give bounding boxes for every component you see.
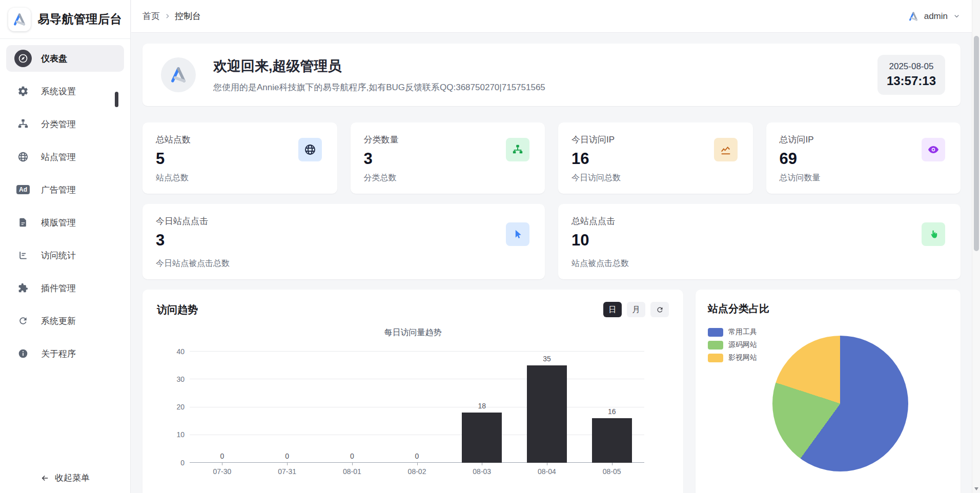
time-text: 13:57:13 bbox=[887, 74, 936, 88]
sidebar-menu: 仪表盘 系统设置 分类管理 站点管理 Ad 广告管理 bbox=[0, 39, 130, 367]
legend-label: 源码网站 bbox=[728, 340, 757, 350]
breadcrumb: 首页 控制台 bbox=[142, 10, 201, 22]
legend-swatch bbox=[708, 341, 723, 350]
charts-row: 访问趋势 日 月 每日访问量趋势 0102030400000183516 07-… bbox=[142, 290, 961, 493]
legend-item[interactable]: 源码网站 bbox=[708, 340, 757, 350]
y-axis-tick-label: 0 bbox=[166, 459, 185, 467]
scrollbar-down-arrow-icon[interactable] bbox=[974, 487, 978, 490]
x-axis-tick-label: 07-31 bbox=[255, 463, 320, 476]
globe-icon bbox=[14, 148, 32, 166]
stat-desc: 站点被点击总数 bbox=[571, 258, 629, 269]
page-scrollbar[interactable] bbox=[972, 0, 980, 493]
stat-card-today-visit-ip: 今日访问IP 16 今日访问总数 bbox=[558, 122, 753, 194]
sidebar-item-label: 系统更新 bbox=[41, 315, 76, 327]
bar-chart: 0102030400000183516 bbox=[190, 352, 644, 463]
user-avatar-logo-icon bbox=[908, 11, 919, 22]
day-toggle-button[interactable]: 日 bbox=[603, 302, 622, 317]
breadcrumb-home[interactable]: 首页 bbox=[142, 10, 160, 22]
stat-label: 总站点点击 bbox=[571, 215, 947, 227]
sidebar-item-about[interactable]: 关于程序 bbox=[6, 340, 124, 367]
sidebar-item-label: 插件管理 bbox=[41, 282, 76, 294]
bar-column: 0 bbox=[319, 352, 384, 463]
info-icon bbox=[14, 345, 32, 362]
sidebar-item-plugin-management[interactable]: 插件管理 bbox=[6, 275, 124, 301]
sidebar-item-system-settings[interactable]: 系统设置 bbox=[6, 78, 124, 105]
avatar bbox=[161, 57, 196, 92]
axis-tick bbox=[417, 463, 418, 465]
sidebar-item-site-management[interactable]: 站点管理 bbox=[6, 143, 124, 170]
bar-value-label: 35 bbox=[543, 355, 551, 363]
sidebar-item-ad-management[interactable]: Ad 广告管理 bbox=[6, 176, 124, 203]
sidebar-item-system-update[interactable]: 系统更新 bbox=[6, 307, 124, 334]
month-toggle-button[interactable]: 月 bbox=[627, 302, 645, 317]
legend-label: 影视网站 bbox=[728, 353, 757, 362]
gear-icon bbox=[14, 83, 32, 100]
sidebar-item-label: 广告管理 bbox=[41, 184, 76, 196]
bar bbox=[527, 365, 567, 463]
sidebar-item-dashboard[interactable]: 仪表盘 bbox=[6, 45, 124, 72]
stat-card-category-count: 分类数量 3 分类总数 bbox=[351, 122, 545, 194]
bar-chart-x-axis: 07-3007-3108-0108-0208-0308-0408-05 bbox=[190, 463, 644, 476]
bar-value-label: 0 bbox=[220, 452, 224, 460]
collapse-menu-label: 收起菜单 bbox=[55, 472, 90, 484]
bar-column: 0 bbox=[255, 352, 320, 463]
y-axis-tick-label: 40 bbox=[166, 347, 185, 356]
sidebar-scrollbar-thumb[interactable] bbox=[115, 92, 118, 107]
category-pie-panel: 站点分类占比 常用工具源码网站影视网站 bbox=[696, 290, 961, 493]
date-text: 2025-08-05 bbox=[887, 61, 936, 72]
visit-trend-panel: 访问趋势 日 月 每日访问量趋势 0102030400000183516 07-… bbox=[142, 290, 683, 493]
page-scrollbar-thumb[interactable] bbox=[974, 36, 979, 251]
bar-value-label: 0 bbox=[350, 452, 354, 460]
axis-tick bbox=[352, 463, 353, 465]
x-axis-tick-label: 08-01 bbox=[319, 463, 384, 476]
sidebar-item-label: 分类管理 bbox=[41, 118, 76, 130]
collapse-menu-button[interactable]: 收起菜单 bbox=[0, 472, 130, 484]
axis-tick bbox=[287, 463, 288, 465]
pie-chart bbox=[772, 336, 908, 471]
update-icon bbox=[14, 312, 32, 330]
x-axis-tick-label: 08-03 bbox=[450, 463, 515, 476]
pie-legend: 常用工具源码网站影视网站 bbox=[708, 327, 757, 366]
logo-triangle-icon bbox=[169, 65, 188, 85]
sidebar-item-category-management[interactable]: 分类管理 bbox=[6, 111, 124, 137]
refresh-button[interactable] bbox=[650, 302, 669, 317]
template-icon bbox=[14, 214, 32, 231]
user-menu[interactable]: admin bbox=[908, 11, 961, 22]
breadcrumb-current: 控制台 bbox=[175, 10, 201, 22]
bar bbox=[462, 413, 502, 463]
legend-item[interactable]: 影视网站 bbox=[708, 353, 757, 362]
axis-tick bbox=[222, 463, 222, 465]
legend-item[interactable]: 常用工具 bbox=[708, 327, 757, 337]
bar-value-label: 16 bbox=[608, 407, 616, 416]
bar bbox=[592, 418, 632, 463]
stat-desc: 今日站点被点击总数 bbox=[156, 258, 230, 269]
stat-card-today-clicks: 今日站点点击 3 今日站点被点击总数 bbox=[142, 204, 545, 279]
x-axis-tick-label: 07-30 bbox=[190, 463, 255, 476]
bar-value-label: 0 bbox=[415, 452, 419, 460]
sitemap-icon bbox=[506, 138, 529, 161]
logo-triangle-icon bbox=[12, 12, 27, 27]
sidebar-item-label: 模版管理 bbox=[41, 217, 76, 229]
globe-icon bbox=[298, 138, 322, 161]
sidebar-item-label: 仪表盘 bbox=[41, 53, 67, 65]
stat-desc: 分类总数 bbox=[364, 173, 397, 183]
stat-label: 今日站点点击 bbox=[156, 215, 532, 227]
y-axis-tick-label: 20 bbox=[166, 403, 185, 411]
arrow-left-icon bbox=[40, 474, 50, 483]
sidebar-item-visit-statistics[interactable]: 访问统计 bbox=[6, 242, 124, 269]
app-logo bbox=[8, 8, 31, 31]
welcome-title: 欢迎回来,超级管理员 bbox=[213, 57, 545, 75]
axis-tick bbox=[547, 463, 547, 465]
stat-desc: 总访问数量 bbox=[780, 173, 821, 183]
compass-icon bbox=[14, 50, 32, 67]
x-axis-tick-label: 08-05 bbox=[579, 463, 644, 476]
trend-panel-title: 访问趋势 bbox=[157, 303, 198, 317]
sidebar-item-template-management[interactable]: 模版管理 bbox=[6, 209, 124, 236]
bar-column: 0 bbox=[384, 352, 450, 463]
stats-icon bbox=[14, 246, 32, 264]
stat-row-1: 总站点数 5 站点总数 分类数量 3 分类总数 今日访问IP 16 今日访问总数… bbox=[142, 122, 961, 194]
bar-column: 16 bbox=[579, 352, 644, 463]
welcome-subtitle: 您使用的是Annie科技旗下的易导航程序,如有BUG反馈联系QQ:3687502… bbox=[213, 81, 545, 93]
stat-row-2: 今日站点点击 3 今日站点被点击总数 总站点点击 10 站点被点击总数 bbox=[142, 204, 961, 279]
pie-panel-title: 站点分类占比 bbox=[708, 302, 948, 316]
